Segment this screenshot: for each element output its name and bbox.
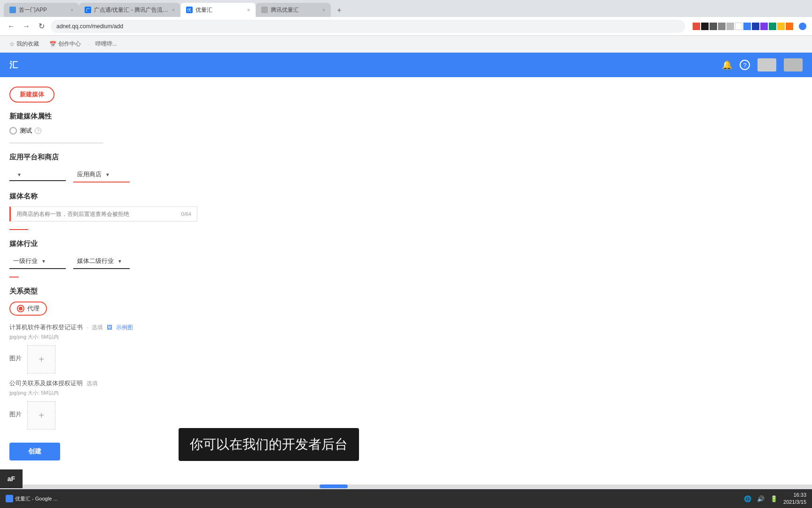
industry-level1-value: 一级行业 — [13, 257, 38, 265]
avatar-2[interactable] — [784, 58, 803, 71]
cert-upload-plus-icon: + — [39, 354, 44, 365]
bookmark-creator[interactable]: 📅 创作中心 — [46, 38, 85, 50]
color-swatches — [693, 23, 793, 30]
cert-upload-row: 图片 + — [9, 343, 784, 373]
swatch-green[interactable] — [769, 23, 776, 30]
bookmark-bilibili-label: 哔哩哔... — [95, 40, 117, 48]
avatar-1[interactable] — [757, 58, 776, 71]
tab-2[interactable]: 广 广点通/优量汇 - 腾讯广告流量主... × — [79, 3, 180, 17]
tab-3-close[interactable]: × — [247, 8, 250, 13]
overlay-text-content: 你可以在我们的开发者后台 — [190, 437, 348, 452]
create-button[interactable]: 创建 — [9, 443, 60, 460]
swatch-purple[interactable] — [760, 23, 768, 30]
swatch-white[interactable] — [735, 23, 742, 30]
tab-1[interactable]: 首一门APP × — [4, 3, 79, 17]
tab-1-close[interactable]: × — [70, 8, 73, 13]
tab-2-close[interactable]: × — [172, 8, 175, 13]
app-title: 汇 — [9, 59, 18, 71]
new-tab-button[interactable]: + — [333, 4, 346, 17]
radio-test[interactable]: 测试 ? — [9, 127, 41, 135]
tab-4-close[interactable]: × — [322, 8, 325, 13]
media-name-wrapper: 0/64 — [9, 206, 197, 222]
platform-chevron-icon: ▼ — [17, 172, 22, 177]
company-upload-plus-icon: + — [39, 410, 44, 421]
tab-4[interactable]: 腾讯优量汇 × — [256, 3, 331, 17]
address-text: adnet.qq.com/medium/add — [56, 23, 123, 30]
tab-1-favicon — [9, 7, 16, 13]
relation-agent-option[interactable]: 代理 — [9, 302, 47, 316]
relation-dot — [19, 307, 23, 310]
swatch-red[interactable] — [693, 23, 700, 30]
address-bar[interactable]: adnet.qq.com/medium/add — [51, 20, 685, 33]
relation-agent-label: 代理 — [27, 304, 39, 313]
cert-label-row: 计算机软件著作权登记证书 · 选填 🖼 示例图 — [9, 323, 784, 332]
chrome-icon — [6, 495, 13, 502]
tab-2-favicon: 广 — [85, 7, 91, 13]
scroll-bar[interactable] — [0, 484, 812, 488]
swatch-darkgray[interactable] — [710, 23, 717, 30]
store-dropdown[interactable]: 应用商店 ▼ — [73, 167, 130, 183]
app-header: 汇 🔔 ? — [0, 53, 812, 77]
swatch-darkblue[interactable] — [752, 23, 759, 30]
swatch-gray[interactable] — [718, 23, 726, 30]
cert-upload-label: 图片 — [9, 354, 22, 363]
relation-row: 代理 — [9, 302, 784, 316]
back-button[interactable]: ← — [6, 21, 17, 32]
battery-icon: 🔋 — [770, 495, 778, 502]
scroll-thumb[interactable] — [320, 484, 348, 488]
section-media-name-title: 媒体名称 — [9, 192, 784, 201]
industry-row: 一级行业 ▼ 媒体二级行业 ▼ — [9, 254, 784, 269]
company-upload-row: 图片 + — [9, 399, 784, 429]
store-dropdown-value: 应用商店 — [77, 170, 102, 179]
help-icon[interactable]: ? — [740, 60, 750, 70]
tab-3[interactable]: 优 优量汇 × — [180, 3, 256, 17]
overlay-text-banner: 你可以在我们的开发者后台 — [179, 428, 359, 461]
company-upload-box[interactable]: + — [27, 401, 55, 429]
industry-level1-chevron: ▼ — [41, 259, 46, 264]
store-chevron-icon: ▼ — [105, 172, 110, 177]
section-relation-title: 关系类型 — [9, 287, 784, 296]
company-cert-hint: jpg/png 大小: 5M以内 — [9, 389, 784, 397]
bookmark-star-icon: ☆ — [9, 41, 15, 48]
af-label: aF — [0, 469, 23, 488]
taskbar: 优量汇 - Google ... 🌐 🔊 🔋 16:33 2021/3/15 — [0, 489, 812, 508]
bell-icon[interactable]: 🔔 — [722, 60, 732, 70]
media-name-char-count: 0/64 — [181, 211, 191, 217]
media-name-input[interactable] — [16, 211, 178, 217]
cert-upload-box[interactable]: + — [27, 345, 55, 373]
cert-example-link[interactable]: 示例图 — [116, 324, 133, 332]
industry-level1-dropdown[interactable]: 一级行业 ▼ — [9, 254, 66, 269]
industry-level2-dropdown[interactable]: 媒体二级行业 ▼ — [73, 254, 130, 269]
bookmark-favorites[interactable]: ☆ 我的收藏 — [6, 38, 43, 50]
company-select-link[interactable]: 选填 — [86, 380, 98, 388]
cert-label: 计算机软件著作权登记证书 — [9, 323, 83, 332]
color-indicator — [799, 23, 806, 30]
tab-3-favicon: 优 — [186, 7, 193, 13]
taskbar-browser-item[interactable]: 优量汇 - Google ... — [6, 495, 57, 502]
industry-divider — [9, 277, 19, 278]
swatch-blue[interactable] — [743, 23, 751, 30]
section-media-attr-title: 新建媒体属性 — [9, 112, 784, 121]
new-media-button[interactable]: 新建媒体 — [9, 87, 55, 103]
tab-4-label: 腾讯优量汇 — [271, 6, 299, 14]
refresh-button[interactable]: ↻ — [36, 21, 47, 32]
industry-level2-chevron: ▼ — [117, 259, 122, 264]
clock: 16:33 2021/3/15 — [783, 492, 806, 506]
taskbar-item-label: 优量汇 - Google ... — [15, 495, 57, 502]
bookmark-bilibili[interactable]: 哔哩哔... — [92, 38, 121, 50]
swatch-yellow[interactable] — [777, 23, 785, 30]
bookmark-favorites-label: 我的收藏 — [16, 40, 39, 48]
swatch-lightgray[interactable] — [726, 23, 734, 30]
media-attr-radio-group: 测试 ? — [9, 127, 784, 135]
tab-4-favicon — [261, 7, 268, 13]
forward-button[interactable]: → — [21, 21, 32, 32]
swatch-black[interactable] — [701, 23, 709, 30]
new-media-section: 新建媒体 — [9, 87, 784, 103]
swatch-orange[interactable] — [786, 23, 793, 30]
cert-select-link[interactable]: 选填 — [92, 324, 103, 332]
platform-dropdown[interactable]: ▼ — [9, 169, 66, 181]
platform-row: ▼ 应用商店 ▼ — [9, 167, 784, 183]
help-test-icon[interactable]: ? — [35, 127, 41, 134]
time-display: 16:33 — [783, 492, 806, 499]
volume-icon: 🔊 — [757, 495, 765, 502]
